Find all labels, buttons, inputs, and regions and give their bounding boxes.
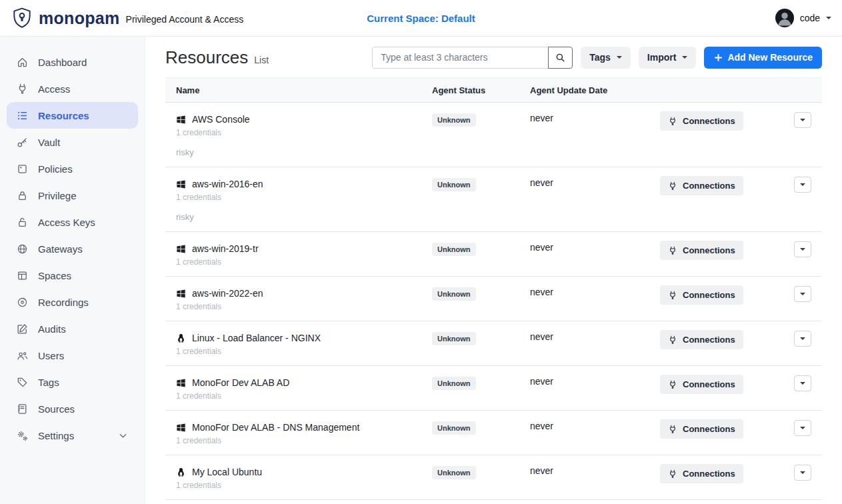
chevron-down-icon xyxy=(118,431,128,441)
connections-button[interactable]: Connections xyxy=(660,464,743,483)
plug-icon xyxy=(668,335,677,345)
windows-os-icon xyxy=(176,289,186,299)
connections-button[interactable]: Connections xyxy=(660,285,743,305)
sidebar-item-tags[interactable]: Tags xyxy=(7,369,138,395)
shield-logo-icon xyxy=(11,7,33,29)
table-row: MonoFor Dev ALAB AD 1 credentials Unknow… xyxy=(165,366,822,411)
plug-icon xyxy=(668,291,677,300)
chevron-down-icon xyxy=(800,248,805,251)
sidebar-item-users[interactable]: Users xyxy=(7,342,138,369)
agent-status-badge: Unknown xyxy=(432,243,476,256)
agent-update-date: never xyxy=(530,167,660,188)
resource-name[interactable]: aws-win-2022-en xyxy=(192,288,263,299)
resource-name[interactable]: MonoFor Dev ALAB - DNS Management xyxy=(192,422,359,433)
tags-dropdown-button[interactable]: Tags xyxy=(581,47,631,69)
agent-update-date: never xyxy=(530,321,660,342)
sidebar-item-label: Recordings xyxy=(38,297,89,308)
row-actions-dropdown[interactable] xyxy=(794,420,811,436)
row-actions-dropdown[interactable] xyxy=(794,241,811,257)
toolbar: Tags Import Add New Resource xyxy=(372,47,822,69)
chevron-down-icon xyxy=(800,293,805,295)
sidebar-item-access-keys[interactable]: Access Keys xyxy=(7,209,138,235)
credentials-count: 1 credentials xyxy=(176,302,432,311)
sidebar-item-spaces[interactable]: Spaces xyxy=(7,262,138,289)
agent-update-date: never xyxy=(530,455,660,476)
disc-icon xyxy=(17,297,28,308)
unlock-icon xyxy=(17,217,28,228)
home-icon xyxy=(17,57,28,68)
row-actions-dropdown[interactable] xyxy=(794,375,811,391)
sidebar-item-dashboard[interactable]: Dashboard xyxy=(7,49,138,75)
resource-name[interactable]: Linux - Load Balancer - NGINX xyxy=(192,333,321,343)
sidebar-item-label: Access Keys xyxy=(38,217,95,228)
sidebar-item-resources[interactable]: Resources xyxy=(7,102,138,129)
search-button[interactable] xyxy=(548,47,573,69)
chevron-down-icon xyxy=(826,17,831,19)
chevron-down-icon xyxy=(800,471,805,474)
row-actions-dropdown[interactable] xyxy=(794,112,811,128)
agent-status-badge: Unknown xyxy=(432,332,476,345)
windows-os-icon xyxy=(176,423,186,433)
row-actions-dropdown[interactable] xyxy=(794,465,811,481)
sidebar-item-label: Users xyxy=(38,350,64,361)
agent-status-badge: Unknown xyxy=(432,178,476,191)
connections-button[interactable]: Connections xyxy=(660,176,743,195)
globe-icon xyxy=(17,243,28,255)
sidebar-item-label: Dashboard xyxy=(38,57,87,68)
sidebar-item-label: Vault xyxy=(38,137,60,148)
column-header-name: Name xyxy=(165,85,432,95)
chevron-down-icon xyxy=(800,427,805,429)
credentials-count: 1 credentials xyxy=(176,391,432,401)
row-actions-dropdown[interactable] xyxy=(794,331,811,347)
row-actions-dropdown[interactable] xyxy=(794,177,811,193)
pencil-square-icon xyxy=(17,323,28,335)
resource-name[interactable]: aws-win-2019-tr xyxy=(192,243,259,254)
linux-os-icon xyxy=(176,333,186,343)
sidebar-item-label: Privilege xyxy=(38,190,77,201)
sidebar-item-policies[interactable]: Policies xyxy=(7,155,138,182)
plug-icon xyxy=(668,469,677,479)
brand[interactable]: monopam Privileged Account & Access xyxy=(11,7,243,29)
connections-button[interactable]: Connections xyxy=(660,241,743,260)
sidebar-item-settings[interactable]: Settings xyxy=(7,422,138,449)
connections-button[interactable]: Connections xyxy=(660,375,743,394)
brand-name: monopam xyxy=(39,9,120,28)
chevron-down-icon xyxy=(800,119,805,121)
connections-button[interactable]: Connections xyxy=(660,111,743,131)
main-content: Resources List T xyxy=(145,37,842,504)
brand-tagline: Privileged Account & Access xyxy=(126,14,244,25)
add-new-resource-button[interactable]: Add New Resource xyxy=(704,47,822,69)
windows-os-icon xyxy=(176,115,186,125)
sidebar-item-sources[interactable]: Sources xyxy=(7,395,138,422)
agent-update-date: never xyxy=(530,366,660,387)
tag-icon xyxy=(17,377,28,388)
credentials-count: 1 credentials xyxy=(176,347,432,356)
table-row: aws-win-2016-en 1 credentials risky Unkn… xyxy=(165,167,822,232)
connections-button[interactable]: Connections xyxy=(660,330,743,349)
row-actions-dropdown[interactable] xyxy=(794,286,811,302)
sidebar-item-access[interactable]: Access xyxy=(7,75,138,102)
resource-name[interactable]: MonoFor Dev ALAB AD xyxy=(192,377,289,388)
import-dropdown-button[interactable]: Import xyxy=(639,47,697,69)
search-input[interactable] xyxy=(372,47,549,69)
resource-name[interactable]: AWS Console xyxy=(192,114,250,125)
user-menu[interactable]: code xyxy=(775,9,831,27)
current-space-label[interactable]: Current Space: Default xyxy=(367,13,475,24)
avatar xyxy=(775,9,794,27)
sidebar-item-privilege[interactable]: Privilege xyxy=(7,182,138,209)
key-icon xyxy=(17,137,28,148)
connections-button[interactable]: Connections xyxy=(660,419,743,439)
sidebar-item-recordings[interactable]: Recordings xyxy=(7,289,138,315)
windows-os-icon xyxy=(176,179,186,189)
sidebar-item-vault[interactable]: Vault xyxy=(7,129,138,155)
sidebar-item-audits[interactable]: Audits xyxy=(7,315,138,342)
agent-status-badge: Unknown xyxy=(432,113,476,127)
table-row: aws-win-2019-tr 1 credentials Unknown ne… xyxy=(165,232,822,277)
credentials-count: 1 credentials xyxy=(176,257,432,267)
plug-icon xyxy=(668,425,677,434)
sidebar-item-gateways[interactable]: Gateways xyxy=(7,235,138,262)
resource-name[interactable]: aws-win-2016-en xyxy=(192,179,263,189)
page-subtitle: List xyxy=(254,55,269,65)
people-icon xyxy=(17,350,28,361)
resource-name[interactable]: My Local Ubuntu xyxy=(192,467,262,477)
